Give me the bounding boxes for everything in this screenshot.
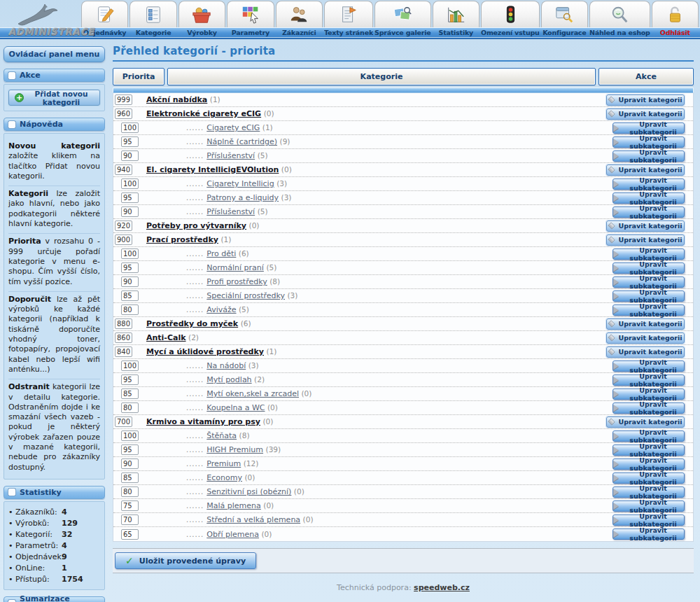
edit-category-button[interactable]: Upravit kategorii xyxy=(606,234,685,246)
tab-statistiky-label[interactable]: Statistiky xyxy=(433,27,479,38)
category-link[interactable]: Náplně (cartridge) xyxy=(206,137,277,146)
priority-input[interactable] xyxy=(115,416,132,427)
category-link[interactable]: Krmivo a vitamíny pro psy xyxy=(146,417,260,426)
priority-input[interactable] xyxy=(121,486,139,497)
category-link[interactable]: Aviváže xyxy=(206,305,236,314)
tab-kategorie[interactable]: Kategorie xyxy=(130,0,176,38)
priority-input[interactable] xyxy=(121,206,139,217)
priority-input[interactable] xyxy=(121,444,139,455)
column-header-akce[interactable]: Akce xyxy=(598,68,694,85)
category-link[interactable]: Cigarety Intellicig xyxy=(206,179,274,188)
edit-category-button[interactable]: Upravit kategorii xyxy=(606,220,685,232)
category-link[interactable]: Malá plemena xyxy=(206,501,261,510)
priority-input[interactable] xyxy=(115,164,132,175)
edit-category-button[interactable]: Upravit subkategorii xyxy=(612,360,685,372)
edit-category-button[interactable]: Upravit subkategorii xyxy=(612,374,685,386)
support-link[interactable]: speedweb.cz xyxy=(414,583,470,592)
edit-category-button[interactable]: Upravit subkategorii xyxy=(612,122,685,134)
sidebar-section-napoveda[interactable]: Nápověda xyxy=(4,118,105,131)
edit-category-button[interactable]: Upravit subkategorii xyxy=(612,458,685,470)
edit-category-button[interactable]: Upravit subkategorii xyxy=(612,262,685,274)
edit-category-button[interactable]: Upravit subkategorii xyxy=(612,430,685,442)
category-link[interactable]: Prací prostředky xyxy=(146,235,218,244)
priority-input[interactable] xyxy=(115,94,132,105)
tab-omezeni-vstupu[interactable]: Omezení vstupu xyxy=(481,0,540,38)
edit-category-button[interactable]: Upravit kategorii xyxy=(606,416,685,428)
priority-input[interactable] xyxy=(115,234,132,245)
category-link[interactable]: Premium xyxy=(206,459,241,468)
category-link[interactable]: Elektronické cigarety eCIG xyxy=(146,109,261,118)
category-link[interactable]: Akční nabídka xyxy=(146,95,207,104)
category-link[interactable]: Na nádobí xyxy=(206,361,246,370)
edit-category-button[interactable]: Upravit subkategorii xyxy=(612,150,685,162)
priority-input[interactable] xyxy=(121,472,139,483)
column-header-priorita[interactable]: Priorita xyxy=(113,68,164,85)
sidebar-panel-title[interactable]: Ovládací panel menu xyxy=(4,46,105,62)
edit-category-button[interactable]: Upravit kategorii xyxy=(606,108,685,120)
category-link[interactable]: Cigarety eCIG xyxy=(206,123,260,132)
tab-konfigurace-label[interactable]: Konfigurace xyxy=(541,27,588,38)
edit-category-button[interactable]: Upravit kategorii xyxy=(606,164,685,176)
category-link[interactable]: Obří plemena xyxy=(206,530,259,539)
category-link[interactable]: Profi prostředky xyxy=(206,277,267,286)
tab-spravce-galerie[interactable]: Správce galerie xyxy=(374,0,431,38)
add-category-button[interactable]: + Přidat novou kategorii xyxy=(8,90,100,106)
category-link[interactable]: Střední a velká plemena xyxy=(206,515,300,524)
priority-input[interactable] xyxy=(121,150,139,161)
edit-category-button[interactable]: Upravit subkategorii xyxy=(612,388,685,400)
save-changes-button[interactable]: ✓ Uložit provedené úpravy xyxy=(115,552,256,569)
tab-texty-stranek[interactable]: Texty stránek xyxy=(324,0,373,38)
category-link[interactable]: Speciální prostředky xyxy=(206,291,285,300)
edit-category-button[interactable]: Upravit subkategorii xyxy=(612,136,685,148)
tab-nahled-na-eshop-label[interactable]: Náhled na eshop xyxy=(589,27,650,38)
priority-input[interactable] xyxy=(115,332,132,343)
tab-zakaznici[interactable]: Zákazníci xyxy=(276,0,323,38)
tab-vyrobky-label[interactable]: Výrobky xyxy=(178,27,225,38)
priority-input[interactable] xyxy=(121,122,139,133)
category-link[interactable]: Patrony a e-liquidy xyxy=(206,193,279,202)
priority-input[interactable] xyxy=(121,402,139,413)
category-link[interactable]: Koupelna a WC xyxy=(206,403,265,412)
edit-category-button[interactable]: Upravit subkategorii xyxy=(612,290,685,302)
category-link[interactable]: Normální praní xyxy=(206,263,264,272)
priority-input[interactable] xyxy=(121,500,139,511)
category-link[interactable]: Economy xyxy=(206,473,242,482)
edit-category-button[interactable]: Upravit subkategorii xyxy=(612,402,685,414)
category-link[interactable]: Příslušenství xyxy=(206,151,255,160)
category-link[interactable]: Anti-Calk xyxy=(146,333,186,342)
priority-input[interactable] xyxy=(121,192,139,203)
priority-input[interactable] xyxy=(121,248,139,259)
category-link[interactable]: HIGH Premium xyxy=(206,445,263,454)
priority-input[interactable] xyxy=(115,220,132,231)
priority-input[interactable] xyxy=(121,304,139,315)
priority-input[interactable] xyxy=(121,136,139,147)
tab-vyrobky[interactable]: Výrobky xyxy=(178,0,225,38)
edit-category-button[interactable]: Upravit subkategorii xyxy=(612,192,685,204)
category-link[interactable]: Pro děti xyxy=(206,249,236,258)
tab-statistiky[interactable]: Statistiky xyxy=(433,0,479,38)
tab-texty-stranek-label[interactable]: Texty stránek xyxy=(324,27,373,38)
edit-category-button[interactable]: Upravit subkategorii xyxy=(612,248,685,260)
tab-odhlasit[interactable]: Odhlásit xyxy=(652,0,699,38)
category-link[interactable]: Senzitivní psi (obézní) xyxy=(206,487,291,496)
edit-category-button[interactable]: Upravit subkategorii xyxy=(612,486,685,498)
priority-input[interactable] xyxy=(121,430,139,441)
category-link[interactable]: El. cigarety IntellicigEVOlution xyxy=(146,165,279,174)
edit-category-button[interactable]: Upravit subkategorii xyxy=(612,528,685,540)
priority-input[interactable] xyxy=(121,514,139,525)
edit-category-button[interactable]: Upravit kategorii xyxy=(606,94,685,106)
tab-omezeni-vstupu-label[interactable]: Omezení vstupu xyxy=(481,27,540,38)
category-link[interactable]: Mycí a úklidové prostředky xyxy=(146,347,264,356)
edit-category-button[interactable]: Upravit subkategorii xyxy=(612,178,685,190)
priority-input[interactable] xyxy=(121,458,139,469)
edit-category-button[interactable]: Upravit subkategorii xyxy=(612,500,685,512)
priority-input[interactable] xyxy=(121,290,139,301)
sidebar-section-sumarizace[interactable]: Sumarizace objednávek xyxy=(4,596,105,602)
priority-input[interactable] xyxy=(121,388,139,399)
edit-category-button[interactable]: Upravit subkategorii xyxy=(612,444,685,456)
category-link[interactable]: Mytí podlah xyxy=(206,375,251,384)
edit-category-button[interactable]: Upravit kategorii xyxy=(606,346,685,358)
tab-nahled-na-eshop[interactable]: Náhled na eshop xyxy=(589,0,650,38)
column-header-kategorie[interactable]: Kategorie xyxy=(167,68,596,85)
priority-input[interactable] xyxy=(115,318,132,329)
